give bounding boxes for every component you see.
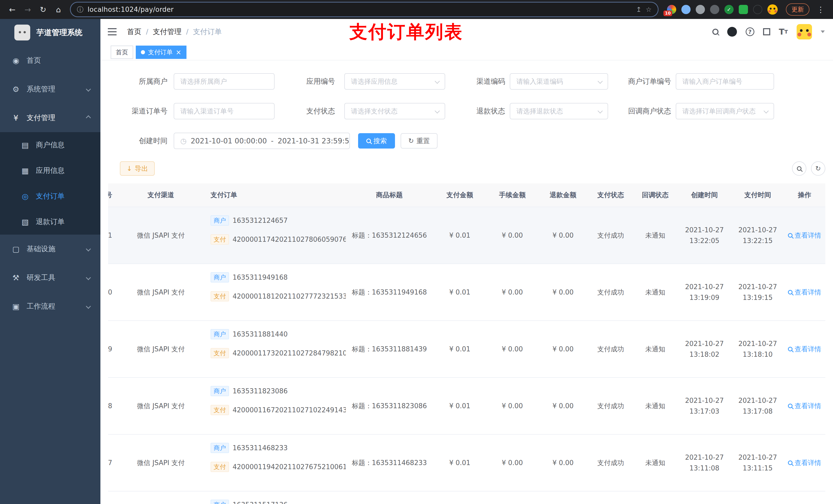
export-button[interactable]: ↓ 导出 — [120, 161, 155, 176]
github-icon[interactable] — [727, 27, 737, 37]
sidebar-item-研发工具[interactable]: ⚒研发工具 — [0, 263, 100, 292]
download-icon: ↓ — [126, 165, 132, 172]
cell-action: 查看详情 — [784, 264, 825, 321]
extension-icon[interactable] — [739, 5, 748, 14]
view-detail-link[interactable]: 查看详情 — [788, 345, 821, 354]
collapse-menu-icon[interactable] — [100, 19, 124, 45]
date-separator: - — [271, 137, 273, 145]
bookmark-star-icon[interactable]: ☆ — [646, 6, 652, 13]
date-range-input[interactable]: ◷ 2021-10-01 00:00:00 - 2021-10-31 23:59… — [174, 133, 350, 149]
navbar-actions: ? TT — [712, 24, 825, 40]
table-toolbar: ↓ 导出 ↻ — [100, 161, 833, 176]
view-detail-link[interactable]: 查看详情 — [788, 231, 821, 240]
dev-tools-icon: ⚒ — [11, 273, 21, 282]
help-icon[interactable]: ? — [746, 27, 754, 36]
magnifier-icon — [788, 460, 792, 465]
share-icon[interactable]: ↥ — [636, 6, 642, 13]
sidebar-item-label: 研发工具 — [27, 273, 55, 283]
cell-id: 18 — [108, 378, 119, 434]
reset-button[interactable]: ↻ 重置 — [401, 133, 437, 148]
update-button[interactable]: 更新 — [786, 3, 809, 16]
forward-button[interactable]: → — [21, 2, 35, 17]
magnifier-icon — [797, 166, 802, 171]
sidebar-item-label: 工作流程 — [27, 302, 55, 311]
view-detail-link[interactable]: 查看详情 — [788, 402, 821, 410]
breadcrumb-pay-manage[interactable]: 支付管理 — [153, 27, 182, 37]
cell-notify: 未通知 — [633, 207, 677, 264]
channel-order-no-input[interactable]: 请输入渠道订单号 — [174, 103, 275, 119]
fullscreen-icon[interactable] — [763, 28, 770, 35]
search-button[interactable]: 搜索 — [358, 133, 395, 148]
channel-code-select[interactable]: 请输入渠道编码 — [510, 73, 608, 90]
view-detail-link[interactable]: 查看详情 — [788, 458, 821, 467]
table-row: 21微信 JSAPI 支付商户1635312124657支付4200001174… — [108, 207, 825, 264]
cell-refund: ¥ 0.00 — [538, 207, 588, 264]
merchant-tag: 商户 — [211, 329, 229, 339]
breadcrumb-home[interactable]: 首页 — [127, 27, 141, 37]
extension-icon[interactable] — [681, 5, 691, 14]
sidebar-item-退款订单[interactable]: ▧退款订单 — [0, 209, 100, 235]
sidebar-item-首页[interactable]: ◉首页 — [0, 46, 100, 75]
date-start: 2021-10-01 00:00:00 — [191, 137, 267, 145]
font-size-icon[interactable]: TT — [779, 27, 788, 37]
notify-status-select[interactable]: 请选择订单回调商户状态 — [676, 103, 774, 119]
cell-notify: 未通知 — [633, 434, 677, 491]
extension-icon[interactable] — [753, 5, 762, 14]
refresh-icon: ↻ — [408, 137, 414, 145]
cell-refund: ¥ 0.00 — [538, 378, 588, 434]
cell-notify — [633, 491, 677, 504]
sidebar-item-支付管理[interactable]: ¥支付管理 — [0, 103, 100, 132]
refund-status-select[interactable]: 请选择退款状态 — [510, 103, 608, 119]
sidebar-item-label: 基础设施 — [27, 244, 55, 254]
pay-order-no: 4200001174202110278060590766 — [233, 236, 346, 243]
breadcrumb-separator: / — [186, 28, 189, 35]
reload-button[interactable]: ↻ — [36, 2, 50, 17]
extension-icon[interactable] — [710, 5, 719, 14]
home-button[interactable]: ⌂ — [51, 2, 66, 17]
search-icon[interactable] — [712, 29, 718, 35]
placeholder-text: 请输入渠道订单号 — [180, 107, 234, 116]
filter-item: 应用编号请选择应用信息 — [275, 73, 445, 90]
toggle-search-button[interactable] — [792, 161, 806, 176]
extension-icon[interactable]: ✓ — [724, 5, 734, 14]
cell-title: 标题：1635311823086 — [346, 378, 433, 434]
browser-chrome: ← → ↻ ⌂ ⓘ localhost:1024/pay/order ↥ ☆ 1… — [0, 0, 833, 19]
user-caret-icon[interactable] — [821, 30, 825, 33]
close-tab-icon[interactable]: × — [176, 49, 181, 55]
user-avatar[interactable] — [796, 24, 812, 40]
app-no-select[interactable]: 请选择应用信息 — [344, 73, 445, 90]
tag-pay-order[interactable]: 支付订单 × — [136, 46, 187, 59]
filter-label: 渠道订单号 — [100, 106, 174, 116]
view-detail-link[interactable]: 查看详情 — [788, 288, 821, 297]
magnifier-icon — [788, 404, 792, 408]
chevron-down-icon — [435, 79, 440, 84]
merchant-field[interactable]: 请选择所属商户 — [174, 73, 275, 90]
sidebar-item-基础设施[interactable]: ▢基础设施 — [0, 235, 100, 263]
cell-created — [677, 491, 732, 504]
logo[interactable]: 芋道管理系统 — [0, 19, 100, 46]
extension-icon[interactable]: 10 — [667, 5, 676, 14]
sidebar-item-工作流程[interactable]: ▣工作流程 — [0, 292, 100, 321]
cell-amount — [433, 491, 487, 504]
tag-home[interactable]: 首页 — [111, 46, 133, 59]
sidebar-item-商户信息[interactable]: ▤商户信息 — [0, 132, 100, 158]
filter-label: 回调商户状态 — [608, 106, 676, 116]
extension-icon[interactable] — [696, 5, 705, 14]
back-button[interactable]: ← — [5, 2, 20, 17]
column-header: 操作 — [784, 183, 825, 207]
browser-menu-icon[interactable]: ⋮ — [813, 2, 828, 17]
pay-tag: 支付 — [211, 291, 229, 302]
sidebar-item-应用信息[interactable]: ▦应用信息 — [0, 158, 100, 183]
refresh-table-button[interactable]: ↻ — [811, 161, 825, 176]
merchant-order-no-input[interactable]: 请输入商户订单编号 — [676, 73, 774, 90]
profile-avatar[interactable] — [767, 4, 778, 15]
cell-notify: 未通知 — [633, 378, 677, 434]
cell-title: 标题：1635311949168 — [346, 264, 433, 321]
cell-status: 支付成功 — [588, 264, 633, 321]
sidebar-item-系统管理[interactable]: ⚙系统管理 — [0, 75, 100, 103]
pay-status-select[interactable]: 请选择支付状态 — [344, 103, 445, 119]
sidebar-item-支付订单[interactable]: ◎支付订单 — [0, 183, 100, 209]
site-info-icon[interactable]: ⓘ — [77, 5, 84, 14]
yen-icon: ¥ — [11, 114, 21, 122]
url-bar[interactable]: ⓘ localhost:1024/pay/order ↥ ☆ — [71, 3, 658, 16]
